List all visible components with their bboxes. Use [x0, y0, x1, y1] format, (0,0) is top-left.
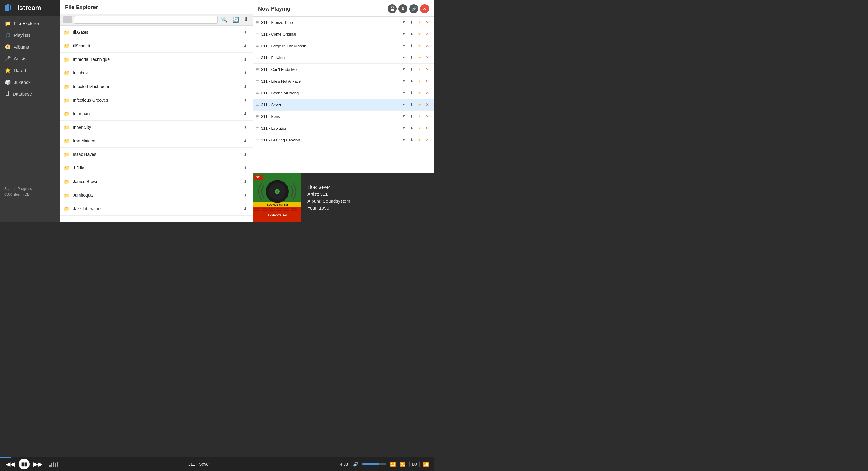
download-button[interactable]: ⬇ — [241, 177, 249, 186]
table-row[interactable]: ≡ 311 - Strong All Along ▼ ⬇ ★ ✕ — [253, 87, 434, 99]
list-item[interactable]: 📁 Infected Mushroom ⬇ — [60, 80, 253, 93]
download-button[interactable]: ⬇ — [241, 204, 249, 213]
track-download-button[interactable]: ⬇ — [408, 101, 415, 108]
table-row[interactable]: ≡ 311 - Evolution ▼ ⬇ ★ ✕ — [253, 122, 434, 134]
sidebar-item-playlists[interactable]: 🎵 Playlists — [0, 29, 60, 41]
download-button[interactable]: ⬇ — [241, 150, 249, 158]
track-rate-button[interactable]: ★ — [416, 54, 423, 61]
table-row[interactable]: ≡ 311 - Freeze Time ▼ ⬇ ★ ✕ — [253, 17, 434, 28]
download-button[interactable]: ⬇ — [241, 137, 249, 145]
table-row[interactable]: ≡ 311 - Can't Fade Me ▼ ⬇ ★ ✕ — [253, 64, 434, 76]
track-remove-button[interactable]: ✕ — [424, 136, 431, 144]
download-button[interactable]: ⬇ — [241, 41, 249, 50]
table-row[interactable]: ≡ 311 - Flowing ▼ ⬇ ★ ✕ — [253, 52, 434, 64]
list-item[interactable]: 📁 Immortal Technique ⬇ — [60, 53, 253, 66]
table-row[interactable]: ≡ 311 - Come Original ▼ ⬇ ★ ✕ — [253, 28, 434, 40]
table-row[interactable]: ≡ 311 - Eons ▼ ⬇ ★ ✕ — [253, 111, 434, 122]
track-download-button[interactable]: ⬇ — [408, 89, 415, 96]
track-queue-down-button[interactable]: ▼ — [400, 19, 407, 26]
table-row[interactable]: ≡ 311 - Leaving Babylon ▼ ⬇ ★ ✕ — [253, 134, 434, 146]
track-queue-down-button[interactable]: ▼ — [400, 113, 407, 120]
download-button[interactable]: ⬇ — [241, 164, 249, 172]
list-item[interactable]: 📁 Isaac Hayes ⬇ — [60, 148, 253, 161]
track-rate-button[interactable]: ★ — [416, 19, 423, 26]
table-row[interactable]: ≡ 311 - Life's Not A Race ▼ ⬇ ★ ✕ — [253, 76, 434, 87]
table-row[interactable]: ≡ 311 - Sever ▼ ⬇ ★ ✕ — [253, 99, 434, 111]
search-input[interactable] — [74, 16, 218, 24]
list-item[interactable]: 📁 James Brown ⬇ — [60, 175, 253, 188]
track-queue-down-button[interactable]: ▼ — [400, 30, 407, 38]
track-download-button[interactable]: ⬇ — [408, 78, 415, 85]
download-button[interactable]: ⬇ — [241, 55, 249, 64]
list-item[interactable]: 📁 J Dilla ⬇ — [60, 161, 253, 175]
sidebar-item-rated[interactable]: ⭐ Rated — [0, 64, 60, 76]
track-rate-button[interactable]: ★ — [416, 89, 423, 96]
track-remove-button[interactable]: ✕ — [424, 42, 431, 50]
download-button[interactable]: ⬇ — [241, 82, 249, 91]
table-row[interactable]: ≡ 311 - Large In The Margin ▼ ⬇ ★ ✕ — [253, 40, 434, 52]
close-playlist-button[interactable]: ✕ — [420, 4, 429, 13]
track-rate-button[interactable]: ★ — [416, 42, 423, 50]
track-download-button[interactable]: ⬇ — [408, 19, 415, 26]
track-download-button[interactable]: ⬇ — [408, 124, 415, 132]
track-rate-button[interactable]: ★ — [416, 30, 423, 38]
sidebar-item-artists[interactable]: 🎤 Artists — [0, 53, 60, 64]
track-remove-button[interactable]: ✕ — [424, 66, 431, 73]
list-item[interactable]: 📁 Jamiroquai ⬇ — [60, 188, 253, 202]
track-download-button[interactable]: ⬇ — [408, 66, 415, 73]
list-item[interactable]: 📁 illScarlett ⬇ — [60, 39, 253, 53]
track-queue-down-button[interactable]: ▼ — [400, 101, 407, 108]
track-queue-down-button[interactable]: ▼ — [400, 42, 407, 50]
track-rate-button[interactable]: ★ — [416, 66, 423, 73]
track-download-button[interactable]: ⬇ — [408, 113, 415, 120]
sidebar-item-file-explorer[interactable]: 📁 File Explorer — [0, 18, 60, 29]
track-remove-button[interactable]: ✕ — [424, 19, 431, 26]
download-button[interactable]: ⬇ — [241, 110, 249, 118]
sidebar-item-jukebox[interactable]: 🎲 Jukebox — [0, 76, 60, 88]
track-queue-down-button[interactable]: ▼ — [400, 136, 407, 144]
back-button[interactable]: ← — [63, 16, 72, 23]
svg-rect-1 — [7, 4, 9, 11]
sidebar-item-albums[interactable]: 📀 Albums — [0, 41, 60, 53]
search-button[interactable]: 🔍 — [219, 16, 229, 24]
download-button[interactable]: ⬇ — [241, 28, 249, 36]
sidebar-item-database[interactable]: 🗄 Database — [0, 88, 60, 99]
track-remove-button[interactable]: ✕ — [424, 78, 431, 85]
track-download-button[interactable]: ⬇ — [408, 30, 415, 38]
track-download-button[interactable]: ⬇ — [408, 136, 415, 144]
track-rate-button[interactable]: ★ — [416, 124, 423, 132]
track-remove-button[interactable]: ✕ — [424, 30, 431, 38]
track-remove-button[interactable]: ✕ — [424, 124, 431, 132]
list-item[interactable]: 📁 Jazz Liberatorz ⬇ — [60, 202, 253, 215]
track-remove-button[interactable]: ✕ — [424, 101, 431, 108]
download-button[interactable]: ⬇ — [241, 123, 249, 131]
track-queue-down-button[interactable]: ▼ — [400, 54, 407, 61]
list-item[interactable]: 📁 Ill.Gates ⬇ — [60, 26, 253, 39]
track-remove-button[interactable]: ✕ — [424, 54, 431, 61]
save-playlist-button[interactable]: 💾 — [388, 4, 397, 13]
track-queue-down-button[interactable]: ▼ — [400, 66, 407, 73]
track-remove-button[interactable]: ✕ — [424, 113, 431, 120]
list-item[interactable]: 📁 Infectious Grooves ⬇ — [60, 93, 253, 107]
track-rate-button[interactable]: ★ — [416, 136, 423, 144]
folder-download-button[interactable]: ⬇ — [242, 16, 250, 24]
track-rate-button[interactable]: ★ — [416, 101, 423, 108]
download-button[interactable]: ⬇ — [241, 69, 249, 77]
track-download-button[interactable]: ⬇ — [408, 54, 415, 61]
track-queue-down-button[interactable]: ▼ — [400, 78, 407, 85]
track-remove-button[interactable]: ✕ — [424, 89, 431, 96]
download-button[interactable]: ⬇ — [241, 191, 249, 199]
download-button[interactable]: ⬇ — [241, 96, 249, 104]
track-queue-down-button[interactable]: ▼ — [400, 124, 407, 132]
track-rate-button[interactable]: ★ — [416, 113, 423, 120]
download-playlist-button[interactable]: ⬇ — [398, 4, 407, 13]
share-playlist-button[interactable]: 🔗 — [409, 4, 418, 13]
track-download-button[interactable]: ⬇ — [408, 42, 415, 50]
refresh-button[interactable]: 🔄 — [231, 16, 241, 24]
list-item[interactable]: 📁 Iron Maiden ⬇ — [60, 134, 253, 148]
track-queue-down-button[interactable]: ▼ — [400, 89, 407, 96]
list-item[interactable]: 📁 Incubus ⬇ — [60, 66, 253, 80]
track-rate-button[interactable]: ★ — [416, 78, 423, 85]
list-item[interactable]: 📁 Informant ⬇ — [60, 107, 253, 121]
list-item[interactable]: 📁 Inner City ⬇ — [60, 121, 253, 134]
